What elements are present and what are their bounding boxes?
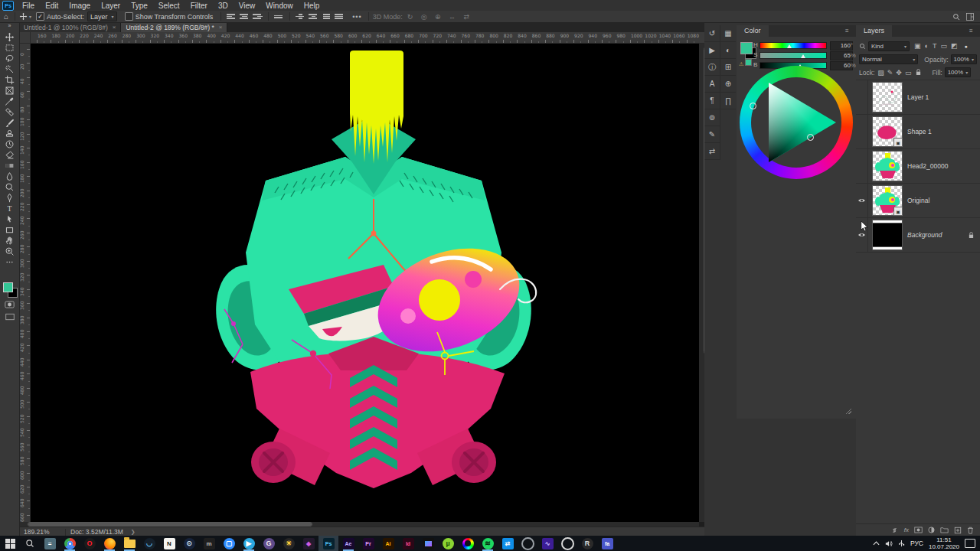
dodge-tool[interactable] [0,181,19,192]
status-menu-chevron-icon[interactable]: ❯ [131,529,136,535]
menu-file[interactable]: File [17,2,40,10]
collapse-tools-icon[interactable]: » [0,23,19,28]
color-value-b[interactable]: 60 [830,61,853,70]
menu-view[interactable]: View [234,2,261,10]
menu-select[interactable]: Select [153,2,185,10]
color-panel-menu-icon[interactable]: ≡ [845,28,853,34]
taskbar-search-button[interactable] [20,536,40,551]
brush-tool[interactable] [0,117,19,128]
menu-3d[interactable]: 3D [213,2,234,10]
taskbar-after-effects[interactable]: Ae [338,536,358,551]
layer-row-shape-1[interactable]: ▣Shape 1 [856,115,980,149]
keyboard-language[interactable]: РУС [910,540,923,547]
taskbar-teamviewer[interactable]: ⇄ [498,536,518,551]
workspace-switcher-icon[interactable] [966,13,974,21]
layers-panel-menu-icon[interactable]: ≡ [969,28,977,34]
adjustments-panel-icon[interactable]: ◐ [720,42,736,59]
quick-mask-icon[interactable] [0,301,19,308]
document-tab[interactable]: Untitled-2 @ 189% (RGB/8#) *× [121,22,227,32]
timeline-panel-icon[interactable]: ⇄ [704,143,720,160]
delete-layer-icon[interactable] [967,527,974,534]
taskbar-calculator[interactable]: = [40,536,60,551]
auto-select-target-dropdown[interactable]: Layer▾ [87,11,117,21]
triangle-cursor[interactable] [807,134,814,141]
hand-tool[interactable] [0,235,19,246]
info-panel-icon[interactable]: ⓘ [704,59,720,76]
screen-mode-icon[interactable] [0,313,19,321]
distribute-height-icon[interactable] [322,12,332,21]
show-transform-checkbox[interactable] [125,12,133,21]
layer-visibility-toggle[interactable] [856,80,868,114]
paragraph-panel-icon[interactable]: ¶ [704,93,720,109]
panel-resize-grip[interactable] [846,409,851,414]
color-slider-h[interactable] [760,42,827,49]
wand-tool[interactable] [0,64,19,74]
menu-help[interactable]: Help [299,2,325,10]
taskbar-app-m[interactable]: m [199,536,219,551]
taskbar-fontawesome[interactable]: fa [597,536,617,551]
zoom-level[interactable]: 189.21% [24,528,60,536]
menu-image[interactable]: Image [64,2,96,10]
menu-window[interactable]: Window [260,2,299,10]
brush-settings-panel-icon[interactable]: ⊕ [720,76,736,93]
menu-type[interactable]: Type [126,2,153,10]
foreground-color-swatch[interactable] [3,282,13,292]
layer-visibility-toggle[interactable] [856,184,868,217]
align-left-icon[interactable] [227,12,237,21]
taskbar-chrome[interactable] [60,536,80,551]
glyphs-panel-icon[interactable]: ∏ [720,93,736,109]
taskbar-opera[interactable]: O [80,536,100,551]
color-value-h[interactable]: 160 [830,41,853,51]
color-slider-s[interactable] [760,52,827,59]
path-select-tool[interactable] [0,214,19,224]
layer-visibility-toggle[interactable] [856,115,868,148]
stamp-tool[interactable] [0,128,19,139]
color-value-s[interactable]: 65 [830,51,853,60]
history-panel-icon[interactable]: ↺ [704,25,720,42]
new-group-icon[interactable] [940,527,949,533]
taskbar-file-explorer[interactable] [119,536,139,551]
tray-expand-icon[interactable] [873,541,880,546]
taskbar-firefox[interactable] [100,536,119,551]
heal-tool[interactable] [0,106,19,117]
gradient-tool[interactable] [0,160,19,171]
more-tool[interactable] [0,256,19,267]
fill-value[interactable]: 100%▾ [945,67,971,77]
distribute-top-icon[interactable] [274,12,284,21]
taskbar-illustrator[interactable]: Ai [378,536,398,551]
filter-toggle-icon[interactable]: ● [964,44,967,49]
layer-effects-icon[interactable]: fx [904,527,909,533]
more-options-button[interactable]: ••• [352,13,361,21]
notification-center-icon[interactable] [965,539,975,548]
type-tool[interactable]: T [0,203,19,214]
link-layers-icon[interactable] [890,527,899,534]
layer-row-background[interactable]: Background [856,218,980,253]
eraser-tool[interactable] [0,149,19,160]
taskbar-zoom-app[interactable]: ▢ [219,536,239,551]
taskbar-color-ring-app[interactable] [458,536,478,551]
taskbar-spotify[interactable]: ≋ [478,536,498,551]
libraries-panel-icon[interactable]: ▦ [720,25,736,42]
move-tool[interactable] [0,31,19,42]
clock[interactable]: 11:51 10.07.2020 [929,536,959,550]
layer-row-layer-1[interactable]: Layer 1 [856,80,980,115]
document-tab[interactable]: Untitled-1 @ 100% (RGB/8#)× [19,22,121,32]
frame-tool[interactable] [0,85,19,96]
auto-select-checkbox[interactable]: ✓ [36,12,44,21]
distribute-width-icon[interactable] [335,12,345,21]
move-tool-icon[interactable]: ▾ [19,12,31,21]
usb-icon[interactable] [898,540,905,547]
adjustment-layer-icon[interactable] [928,527,935,533]
crop-tool[interactable] [0,74,19,85]
taskbar-dragon-center[interactable]: ◈ [299,536,318,551]
align-right-icon[interactable] [253,12,263,21]
blend-mode-dropdown[interactable]: Normal▾ [859,54,918,64]
close-tab-icon[interactable]: × [113,24,116,31]
home-icon[interactable]: ⌂ [4,12,8,21]
eyedropper-tool[interactable] [0,96,19,106]
menu-layer[interactable]: Layer [96,2,126,10]
taskbar-picsart[interactable]: ◡ [139,536,159,551]
gamut-warning-icon[interactable]: ⚠ [739,59,752,67]
vertical-scrollbar[interactable] [699,43,704,522]
layer-row-original[interactable]: ▣Original [856,184,980,218]
